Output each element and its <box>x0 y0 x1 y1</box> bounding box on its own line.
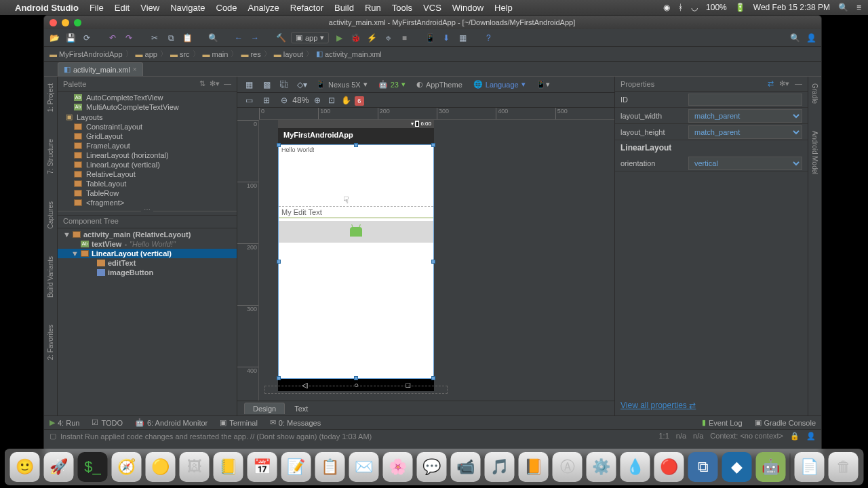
palette-item[interactable]: AbMultiAutoCompleteTextView <box>58 102 237 112</box>
dock-settings[interactable]: ⚙️ <box>587 452 616 482</box>
menu-window[interactable]: Window <box>452 3 484 13</box>
resize-handle[interactable] <box>431 376 435 380</box>
dock-contacts[interactable]: 📒 <box>214 452 243 482</box>
palette-hide-icon[interactable]: — <box>224 79 231 88</box>
dock-appstore[interactable]: Ⓐ <box>553 452 583 482</box>
blueprint-mode-icon[interactable]: ▩ <box>260 79 273 91</box>
prop-id-input[interactable] <box>688 94 802 106</box>
zoom-fit-icon[interactable]: ⊡ <box>326 94 338 106</box>
find-icon[interactable]: 🔍 <box>207 32 219 44</box>
bottom-android-monitor[interactable]: 🤖6: Android Monitor <box>135 418 208 427</box>
palette-gear-icon[interactable]: ✻▾ <box>210 79 220 88</box>
dock-safari[interactable]: 🧭 <box>112 452 142 482</box>
palette-item[interactable]: FrameLayout <box>58 141 237 150</box>
dock-notes[interactable]: 📝 <box>281 452 311 482</box>
menu-edit[interactable]: Edit <box>115 3 130 13</box>
side-favorites[interactable]: 2: Favorites <box>47 325 54 360</box>
preview-screen[interactable]: Hello World! My Edit Text <box>278 144 434 379</box>
dock-facetime[interactable]: 📹 <box>451 452 481 482</box>
menu-tools[interactable]: Tools <box>392 3 412 13</box>
dock-pocket[interactable]: 🔴 <box>654 452 684 482</box>
device-select[interactable]: 📱Nexus 5X▾ <box>313 79 370 89</box>
props-gear-icon[interactable]: ✻▾ <box>779 79 789 88</box>
dock-mail[interactable]: ✉️ <box>349 452 379 482</box>
side-structure[interactable]: 7: Structure <box>47 139 54 174</box>
view-all-properties-link[interactable]: View all properties ⇄ <box>615 395 808 415</box>
dock-trash[interactable]: 🗑 <box>829 452 859 482</box>
dock-ibooks[interactable]: 📙 <box>519 452 549 482</box>
dock-launchpad[interactable]: 🚀 <box>44 452 74 482</box>
wifi-icon[interactable]: ◡ <box>691 3 698 12</box>
bottom-event-log[interactable]: ▮Event Log <box>702 418 743 427</box>
debug-icon[interactable]: 🐞 <box>349 32 361 44</box>
status-icon[interactable]: ▢ <box>50 432 56 441</box>
tab-activity-main[interactable]: ◧ activity_main.xml × <box>58 62 143 76</box>
prop-orientation-select[interactable]: vertical <box>688 157 802 170</box>
bottom-terminal[interactable]: ▣Terminal <box>220 418 258 427</box>
palette-item[interactable]: GridLayout <box>58 131 237 141</box>
menu-code[interactable]: Code <box>216 3 237 13</box>
pan-icon[interactable]: ✋ <box>340 94 352 106</box>
tree-edittext[interactable]: editText <box>58 258 237 268</box>
pan-tool-icon[interactable]: ⊞ <box>260 94 273 106</box>
design-mode-icon[interactable]: ▦ <box>243 79 255 91</box>
palette-item[interactable]: LinearLayout (vertical) <box>58 160 237 169</box>
stop-icon[interactable]: ■ <box>398 32 410 44</box>
side-build-variants[interactable]: Build Variants <box>47 256 54 298</box>
dock-downloads[interactable]: 📄 <box>795 452 825 482</box>
minimize-window-button[interactable] <box>62 19 69 26</box>
resize-handle[interactable] <box>277 143 281 147</box>
tree-textview[interactable]: AbtextView - "Hello World!" <box>58 239 237 249</box>
menu-analyze[interactable]: Analyze <box>248 3 279 13</box>
status-hector-icon[interactable]: 👤 <box>806 432 816 441</box>
palette-item[interactable]: AbAutoCompleteTextView <box>58 93 237 102</box>
design-canvas[interactable]: 0100200300400500 0100200300400 ▾ ▮ 6:00 … <box>237 108 614 401</box>
resize-handle[interactable] <box>431 143 435 147</box>
dock-itunes[interactable]: 🎵 <box>485 452 515 482</box>
dock-reminders[interactable]: 📋 <box>315 452 345 482</box>
select-tool-icon[interactable]: ▭ <box>243 94 255 106</box>
device-preview[interactable]: ▾ ▮ 6:00 MyFirstAndroidApp Hello World! <box>278 120 434 391</box>
menu-run[interactable]: Run <box>365 3 381 13</box>
dock-kodi[interactable]: ◆ <box>722 452 752 482</box>
zoom-in-icon[interactable]: ⊕ <box>311 94 323 106</box>
resize-handle[interactable] <box>277 376 281 380</box>
palette-item[interactable]: RelativeLayout <box>58 169 237 179</box>
props-hide-icon[interactable]: — <box>795 79 802 88</box>
window-titlebar[interactable]: activity_main.xml - MyFirstAndroidApp - … <box>44 16 821 29</box>
side-android-model[interactable]: Android Model <box>811 131 818 174</box>
redo-icon[interactable]: ↷ <box>123 32 135 44</box>
run-config-select[interactable]: ▣ app ▾ <box>291 32 329 43</box>
orientation-icon[interactable]: ◇▾ <box>296 79 308 91</box>
help-icon[interactable]: ? <box>482 32 494 44</box>
prop-width-select[interactable]: match_parent <box>688 109 802 123</box>
dock-calendar[interactable]: 📅 <box>248 452 277 482</box>
sync-icon[interactable]: ⟳ <box>81 32 93 44</box>
prop-height-select[interactable]: match_parent <box>688 125 802 139</box>
undo-icon[interactable]: ↶ <box>106 32 119 44</box>
user-icon[interactable]: 👤 <box>805 32 817 44</box>
api-select[interactable]: 🤖23▾ <box>376 79 408 89</box>
warnings-badge[interactable]: 6 <box>355 96 364 106</box>
crumb-src[interactable]: ▬src <box>170 50 190 58</box>
avd-manager-icon[interactable]: 📱 <box>424 32 436 44</box>
apply-changes-icon[interactable]: ⚡ <box>366 32 378 44</box>
app-name[interactable]: Android Studio <box>15 3 79 13</box>
tree-imagebutton[interactable]: imageButton <box>58 268 237 277</box>
side-project[interactable]: 1: Project <box>47 83 54 112</box>
menu-refactor[interactable]: Refactor <box>290 3 323 13</box>
both-mode-icon[interactable]: ⿻ <box>278 79 290 91</box>
language-select[interactable]: 🌐Language▾ <box>471 79 528 89</box>
toggl-icon[interactable]: ◉ <box>663 3 670 12</box>
bottom-run[interactable]: ▶4: Run <box>50 418 79 427</box>
panel-splitter[interactable] <box>58 211 237 215</box>
crumb-main[interactable]: ▬main <box>203 50 229 58</box>
save-icon[interactable]: 💾 <box>64 32 77 44</box>
dock-vscode[interactable]: ⧉ <box>688 452 718 482</box>
notifications-icon[interactable]: ≡ <box>856 3 861 12</box>
back-icon[interactable]: ← <box>233 32 245 44</box>
tab-text[interactable]: Text <box>286 403 316 414</box>
open-icon[interactable]: 📂 <box>48 32 60 44</box>
tree-root[interactable]: ▼activity_main (RelativeLayout) <box>58 230 237 239</box>
copy-icon[interactable]: ⧉ <box>165 32 177 44</box>
